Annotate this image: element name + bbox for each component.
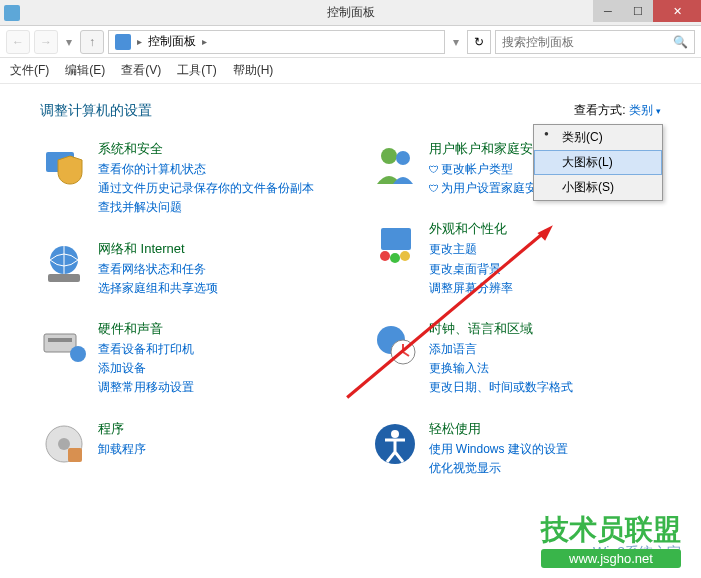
system-icon bbox=[4, 5, 20, 21]
category-link[interactable]: 调整常用移动设置 bbox=[98, 378, 331, 397]
menu-bar: 文件(F) 编辑(E) 查看(V) 工具(T) 帮助(H) bbox=[0, 58, 701, 84]
view-by: 查看方式: 类别 bbox=[574, 102, 661, 119]
menu-help[interactable]: 帮助(H) bbox=[233, 62, 274, 79]
dropdown-item-large-icons[interactable]: 大图标(L) bbox=[534, 150, 662, 175]
category-link[interactable]: 选择家庭组和共享选项 bbox=[98, 279, 331, 298]
search-input[interactable] bbox=[502, 35, 673, 49]
watermark-main: 技术员联盟 bbox=[541, 511, 681, 549]
svg-point-18 bbox=[391, 430, 399, 438]
category-link[interactable]: 卸载程序 bbox=[98, 440, 331, 459]
refresh-button[interactable]: ↻ bbox=[467, 30, 491, 54]
svg-point-7 bbox=[58, 438, 70, 450]
clock-icon bbox=[371, 320, 419, 368]
menu-view[interactable]: 查看(V) bbox=[121, 62, 161, 79]
title-bar: 控制面板 ─ ☐ ✕ bbox=[0, 0, 701, 26]
category-link[interactable]: 添加语言 bbox=[429, 340, 662, 359]
category-title[interactable]: 程序 bbox=[98, 420, 331, 438]
forward-button[interactable]: → bbox=[34, 30, 58, 54]
nav-bar: ← → ▾ ↑ ▸ 控制面板 ▸ ▾ ↻ 🔍 bbox=[0, 26, 701, 58]
svg-point-12 bbox=[380, 251, 390, 261]
svg-point-10 bbox=[396, 151, 410, 165]
watermark-sub: www.jsgho.net bbox=[541, 549, 681, 568]
chevron-right-icon: ▸ bbox=[202, 36, 207, 47]
category-ease-of-access: 轻松使用 使用 Windows 建议的设置 优化视觉显示 bbox=[371, 420, 662, 478]
category-title[interactable]: 硬件和声音 bbox=[98, 320, 331, 338]
category-hardware: 硬件和声音 查看设备和打印机 添加设备 调整常用移动设置 bbox=[40, 320, 331, 398]
svg-point-13 bbox=[390, 253, 400, 263]
ease-of-access-icon bbox=[371, 420, 419, 468]
page-title: 调整计算机的设置 bbox=[40, 102, 661, 120]
view-by-label: 查看方式: bbox=[574, 102, 625, 119]
watermark: 技术员联盟 www.jsgho.net bbox=[541, 511, 681, 568]
category-link[interactable]: 优化视觉显示 bbox=[429, 459, 662, 478]
category-link[interactable]: 使用 Windows 建议的设置 bbox=[429, 440, 662, 459]
programs-icon bbox=[40, 420, 88, 468]
dropdown-item-small-icons[interactable]: 小图标(S) bbox=[534, 175, 662, 200]
category-appearance: 外观和个性化 更改主题 更改桌面背景 调整屏幕分辨率 bbox=[371, 220, 662, 298]
category-title[interactable]: 轻松使用 bbox=[429, 420, 662, 438]
svg-rect-3 bbox=[44, 334, 76, 352]
category-link[interactable]: 添加设备 bbox=[98, 359, 331, 378]
category-title[interactable]: 外观和个性化 bbox=[429, 220, 662, 238]
category-link[interactable]: 查看你的计算机状态 bbox=[98, 160, 331, 179]
svg-point-9 bbox=[381, 148, 397, 164]
category-link[interactable]: 更改桌面背景 bbox=[429, 260, 662, 279]
svg-point-5 bbox=[70, 346, 86, 362]
left-column: 系统和安全 查看你的计算机状态 通过文件历史记录保存你的文件备份副本 查找并解决… bbox=[40, 140, 331, 478]
svg-rect-8 bbox=[68, 448, 82, 462]
control-panel-icon bbox=[115, 34, 131, 50]
view-by-dropdown: 类别(C) 大图标(L) 小图标(S) bbox=[533, 124, 663, 201]
category-link[interactable]: 调整屏幕分辨率 bbox=[429, 279, 662, 298]
user-accounts-icon bbox=[371, 140, 419, 188]
maximize-button[interactable]: ☐ bbox=[623, 0, 653, 22]
category-link[interactable]: 更改主题 bbox=[429, 240, 662, 259]
category-programs: 程序 卸载程序 bbox=[40, 420, 331, 468]
svg-rect-4 bbox=[48, 338, 72, 342]
window-title: 控制面板 bbox=[327, 4, 375, 21]
search-icon[interactable]: 🔍 bbox=[673, 35, 688, 49]
menu-file[interactable]: 文件(F) bbox=[10, 62, 49, 79]
category-clock-language: 时钟、语言和区域 添加语言 更换输入法 更改日期、时间或数字格式 bbox=[371, 320, 662, 398]
window-controls: ─ ☐ ✕ bbox=[593, 0, 701, 22]
category-title[interactable]: 系统和安全 bbox=[98, 140, 331, 158]
menu-edit[interactable]: 编辑(E) bbox=[65, 62, 105, 79]
svg-rect-11 bbox=[381, 228, 411, 250]
view-by-value[interactable]: 类别 bbox=[629, 102, 661, 119]
back-button[interactable]: ← bbox=[6, 30, 30, 54]
search-box[interactable]: 🔍 bbox=[495, 30, 695, 54]
close-button[interactable]: ✕ bbox=[653, 0, 701, 22]
chevron-right-icon: ▸ bbox=[137, 36, 142, 47]
category-link[interactable]: 通过文件历史记录保存你的文件备份副本 bbox=[98, 179, 331, 198]
content-area: 调整计算机的设置 查看方式: 类别 类别(C) 大图标(L) 小图标(S) 系统… bbox=[0, 84, 701, 496]
history-dropdown-icon[interactable]: ▾ bbox=[62, 30, 76, 54]
network-icon bbox=[40, 240, 88, 288]
category-link[interactable]: 查看网络状态和任务 bbox=[98, 260, 331, 279]
category-link[interactable]: 更换输入法 bbox=[429, 359, 662, 378]
hardware-icon bbox=[40, 320, 88, 368]
minimize-button[interactable]: ─ bbox=[593, 0, 623, 22]
dropdown-item-category[interactable]: 类别(C) bbox=[534, 125, 662, 150]
up-button[interactable]: ↑ bbox=[80, 30, 104, 54]
system-security-icon bbox=[40, 140, 88, 188]
category-title[interactable]: 网络和 Internet bbox=[98, 240, 331, 258]
breadcrumb-dropdown-icon[interactable]: ▾ bbox=[449, 30, 463, 54]
category-link[interactable]: 查看设备和打印机 bbox=[98, 340, 331, 359]
breadcrumb[interactable]: ▸ 控制面板 ▸ bbox=[108, 30, 445, 54]
category-network: 网络和 Internet 查看网络状态和任务 选择家庭组和共享选项 bbox=[40, 240, 331, 298]
breadcrumb-current[interactable]: 控制面板 bbox=[148, 33, 196, 50]
category-system-security: 系统和安全 查看你的计算机状态 通过文件历史记录保存你的文件备份副本 查找并解决… bbox=[40, 140, 331, 218]
appearance-icon bbox=[371, 220, 419, 268]
category-title[interactable]: 时钟、语言和区域 bbox=[429, 320, 662, 338]
menu-tools[interactable]: 工具(T) bbox=[177, 62, 216, 79]
svg-rect-2 bbox=[48, 274, 80, 282]
svg-point-14 bbox=[400, 251, 410, 261]
category-link[interactable]: 更改日期、时间或数字格式 bbox=[429, 378, 662, 397]
category-link[interactable]: 查找并解决问题 bbox=[98, 198, 331, 217]
